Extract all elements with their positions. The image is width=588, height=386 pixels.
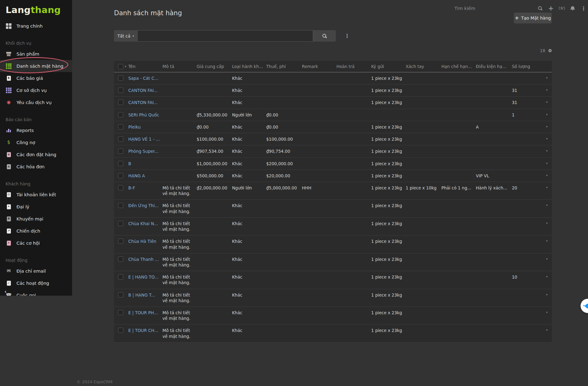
sidebar-item-cac-don-dat-hang[interactable]: ≡Các đơn đặt hàng — [0, 148, 72, 161]
row-actions-caret-icon[interactable]: ▾ — [538, 121, 552, 133]
column-header-quantity[interactable]: Số lượng — [512, 64, 538, 69]
row-actions-caret-icon[interactable]: ▾ — [538, 133, 552, 145]
row-actions-caret-icon[interactable]: ▾ — [538, 289, 552, 307]
item-name-link[interactable]: B — [128, 161, 131, 166]
item-name-link[interactable]: E | TOUR CH... — [128, 328, 158, 333]
item-name-link[interactable]: E | HẠNG TO... — [128, 275, 158, 279]
row-actions-caret-icon[interactable]: ▾ — [538, 170, 552, 182]
sidebar-item-khuyen-mai[interactable]: #Khuyến mại — [0, 213, 72, 225]
row-checkbox[interactable] — [118, 221, 123, 226]
item-name-link[interactable]: SERI Phú Quốc — [128, 112, 159, 117]
search-icon[interactable] — [536, 6, 544, 11]
search-submit-button[interactable] — [313, 30, 336, 42]
row-actions-caret-icon[interactable]: ▾ — [538, 235, 552, 253]
column-header-price[interactable]: Giá cung cấp — [197, 64, 232, 69]
item-name-link[interactable]: Sapa - Cát C... — [128, 76, 158, 81]
column-header-passenger_type[interactable]: Loại hành kh... — [232, 64, 266, 69]
column-header-description[interactable]: Mô tả — [162, 64, 197, 69]
list-search-input[interactable] — [137, 30, 313, 42]
column-header-refund[interactable]: Hoàn trả — [336, 64, 371, 69]
row-checkbox[interactable] — [118, 161, 123, 166]
item-name-link[interactable]: HẠNG VÉ 1 - ... — [128, 137, 160, 142]
row-checkbox[interactable] — [118, 136, 123, 142]
item-name-link[interactable]: CANTON FAI... — [128, 100, 158, 105]
sidebar-item-chien-dich[interactable]: ↗Chiến dịch — [0, 225, 72, 237]
column-header-consign[interactable]: Ký gửi — [371, 64, 406, 69]
column-header-name[interactable]: Tên — [128, 64, 162, 69]
row-checkbox[interactable] — [118, 292, 123, 297]
sidebar-item-co-so-dich-vu[interactable]: Cơ sở dịch vụ — [0, 84, 72, 96]
sidebar-item-trang-chinh[interactable]: Trang chính — [0, 20, 72, 32]
row-checkbox[interactable] — [118, 185, 123, 190]
notifications-bell-icon[interactable] — [569, 6, 577, 11]
row-actions-caret-icon[interactable]: ▾ — [538, 97, 552, 108]
floating-extension-button[interactable] — [581, 299, 588, 313]
user-menu-kebab-icon[interactable]: ⋮ — [580, 6, 587, 11]
list-options-kebab-icon[interactable]: ⋮ — [343, 30, 351, 42]
row-checkbox[interactable] — [118, 124, 123, 129]
item-name-link[interactable]: Đền Ứng Thi... — [128, 203, 159, 208]
row-actions-caret-icon[interactable]: ▾ — [538, 182, 552, 199]
row-actions-caret-icon[interactable]: ▾ — [538, 109, 552, 121]
sidebar-item-dia-chi-email[interactable]: ✉Địa chỉ email — [0, 265, 72, 277]
row-checkbox[interactable] — [118, 238, 123, 244]
row-actions-caret-icon[interactable]: ▾ — [538, 253, 552, 271]
row-actions-caret-icon[interactable]: ▾ — [538, 145, 552, 157]
row-checkbox[interactable] — [118, 274, 123, 279]
sidebar-item-cac-hoa-don[interactable]: ≡Các hóa đơn — [0, 161, 72, 173]
item-name-link[interactable]: Chùa Khai N... — [128, 221, 158, 226]
row-checkbox[interactable] — [118, 112, 123, 117]
quick-create-plus-icon[interactable]: + — [547, 5, 555, 12]
row-checkbox[interactable] — [118, 310, 123, 315]
item-name-link[interactable]: Pleiku — [128, 125, 141, 129]
item-name-link[interactable]: E | TOUR PH... — [128, 310, 158, 315]
sidebar-item-cac-hoat-dong[interactable]: ✓Các hoạt động — [0, 277, 72, 289]
row-actions-caret-icon[interactable]: ▾ — [538, 307, 552, 324]
sidebar-item-tai-khoan-lien-ket[interactable]: ◷Tài khoản liên kết — [0, 188, 72, 201]
row-checkbox[interactable] — [118, 203, 123, 208]
column-header-restriction[interactable]: Hạn chế hạn... — [441, 64, 476, 69]
app-logo[interactable]: Langthang — [0, 0, 72, 20]
sidebar-item-dai-ly[interactable]: •Đại lý — [0, 201, 72, 213]
row-checkbox[interactable] — [118, 148, 123, 154]
sidebar-collapse-chevron-icon[interactable]: ‹ — [4, 289, 7, 294]
select-menu-caret-icon[interactable]: ▾ — [125, 65, 126, 68]
item-name-link[interactable]: B-F — [128, 185, 135, 190]
column-header-condition[interactable]: Điều kiện hạ... — [476, 64, 512, 69]
row-actions-caret-icon[interactable]: ▾ — [538, 325, 552, 342]
row-checkbox[interactable] — [118, 100, 123, 105]
item-name-link[interactable]: CANTON FAI... — [128, 88, 158, 93]
sidebar-item-danh-sach-mat-hang[interactable]: Danh sách mặt hàng — [0, 60, 72, 72]
column-header-remark[interactable]: Remark — [302, 64, 336, 69]
row-checkbox[interactable] — [118, 88, 123, 93]
sidebar-item-san-pham[interactable]: Sản phẩm — [0, 48, 72, 60]
gear-icon[interactable]: ⚙ — [548, 48, 552, 53]
global-search-input[interactable] — [454, 6, 529, 11]
item-name-link[interactable]: B | HẠNG T... — [128, 293, 155, 297]
row-checkbox[interactable] — [118, 328, 123, 333]
row-actions-caret-icon[interactable]: ▾ — [538, 84, 552, 96]
row-checkbox[interactable] — [118, 75, 123, 81]
sidebar-item-cuoc-goi[interactable]: ☎Cuộc gọi — [0, 289, 72, 296]
broadcast-icon[interactable]: ('A') — [558, 6, 566, 11]
row-checkbox[interactable] — [118, 257, 123, 262]
sidebar-item-reports[interactable]: Reports — [0, 124, 72, 136]
sidebar-item-yeu-cau-dich-vu[interactable]: ◉Yêu cầu dịch vụ — [0, 96, 72, 108]
row-actions-caret-icon[interactable]: ▾ — [538, 218, 552, 235]
row-actions-caret-icon[interactable]: ▾ — [538, 158, 552, 170]
sidebar-item-cong-no[interactable]: $Công nợ — [0, 136, 72, 148]
row-actions-caret-icon[interactable]: ▾ — [538, 200, 552, 217]
filter-dropdown-button[interactable]: Tất cả ▾ — [114, 30, 137, 42]
column-header-carry_on[interactable]: Xách tay — [406, 64, 441, 69]
sidebar-item-cac-bao-gia[interactable]: $Các báo giá — [0, 72, 72, 84]
row-actions-caret-icon[interactable]: ▾ — [538, 72, 552, 84]
sidebar-item-cac-co-hoi[interactable]: •Các cơ hội — [0, 237, 72, 249]
row-checkbox[interactable] — [118, 173, 123, 178]
row-actions-caret-icon[interactable]: ▾ — [538, 271, 552, 288]
select-all-checkbox[interactable] — [118, 64, 123, 69]
item-name-link[interactable]: Phòng Super... — [128, 149, 159, 154]
item-name-link[interactable]: Chùa Hà Tiên — [128, 239, 156, 244]
column-header-tax[interactable]: Thuế, phí — [266, 64, 302, 69]
item-name-link[interactable]: Chùa Thanh ... — [128, 257, 159, 262]
item-name-link[interactable]: HẠNG A — [128, 173, 145, 178]
